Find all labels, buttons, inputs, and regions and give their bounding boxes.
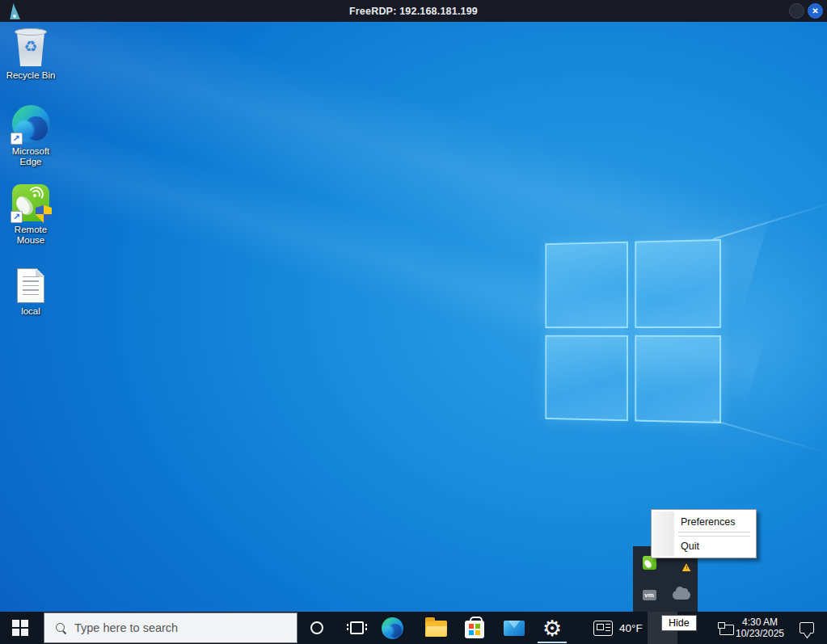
- clock-date: 10/23/2025: [736, 628, 784, 640]
- recycle-symbol-icon: [12, 37, 49, 55]
- file-explorer-icon: [425, 621, 447, 637]
- weather-widget[interactable]: 40°F: [587, 612, 652, 644]
- onedrive-cloud-icon: [673, 591, 690, 600]
- vmware-tools-icon: vm: [643, 590, 656, 600]
- task-view-button[interactable]: [338, 612, 375, 644]
- text-document-icon: [17, 268, 44, 303]
- running-app-indicator: [538, 642, 567, 644]
- hide-tooltip: Hide: [661, 615, 697, 631]
- mail-icon: [504, 621, 525, 636]
- desktop-icon-label: Microsoft Edge: [3, 146, 58, 167]
- menu-item-quit[interactable]: Quit: [652, 537, 756, 555]
- shortcut-arrow-icon: [11, 211, 23, 223]
- taskbar: 40°F 4:30 AM 10/23/2025: [0, 612, 827, 644]
- desktop-icon-label: Recycle Bin: [6, 70, 56, 81]
- desktop[interactable]: Recycle Bin Microsoft Edge Remote Mouse …: [0, 22, 827, 612]
- freerdp-window: FreeRDP: 192.168.181.199 Recycle Bin: [0, 0, 827, 644]
- edge-icon: [382, 617, 403, 639]
- desktop-icon-microsoft-edge[interactable]: Microsoft Edge: [0, 105, 61, 167]
- file-explorer-button[interactable]: [417, 612, 454, 644]
- windows-logo-pane: [635, 335, 721, 423]
- action-center-button[interactable]: [788, 612, 825, 644]
- desktop-icon-remote-mouse[interactable]: Remote Mouse: [0, 184, 61, 246]
- search-input[interactable]: [74, 621, 276, 634]
- minimize-button[interactable]: [789, 3, 804, 19]
- title-bar[interactable]: FreeRDP: 192.168.181.199: [0, 0, 827, 22]
- menu-separator: [678, 531, 750, 537]
- shortcut-arrow-icon: [11, 133, 23, 145]
- clock-time: 4:30 AM: [742, 617, 778, 629]
- windows-logo-wallpaper: [545, 239, 721, 423]
- menu-item-preferences[interactable]: Preferences: [652, 513, 756, 531]
- search-icon: [56, 623, 66, 633]
- desktop-icon-label: Remote Mouse: [3, 225, 58, 246]
- store-icon: [465, 621, 484, 638]
- cortana-icon: [310, 621, 323, 634]
- windows-logo-pane: [545, 242, 627, 328]
- desktop-icon-recycle-bin[interactable]: Recycle Bin: [0, 27, 61, 81]
- remote-mouse-icon: [12, 184, 49, 221]
- windows-logo-pane: [635, 239, 721, 328]
- windows-logo-pane: [545, 335, 627, 421]
- tray-icon-onedrive[interactable]: [665, 579, 698, 612]
- recycle-bin-icon: [12, 27, 49, 67]
- start-button[interactable]: [0, 612, 40, 644]
- settings-button[interactable]: [534, 612, 571, 644]
- news-weather-icon: [593, 621, 613, 636]
- gear-icon: [542, 617, 562, 639]
- weather-temperature: 40°F: [619, 622, 643, 634]
- uac-shield-icon: [36, 205, 52, 223]
- desktop-icon-label: local: [21, 306, 40, 317]
- taskbar-clock[interactable]: 4:30 AM 10/23/2025: [732, 612, 788, 644]
- microsoft-store-button[interactable]: [456, 612, 493, 644]
- task-view-icon: [350, 621, 364, 634]
- edge-icon: [12, 105, 50, 143]
- cortana-button[interactable]: [298, 612, 335, 644]
- desktop-icon-local[interactable]: local: [0, 268, 61, 317]
- window-title: FreeRDP: 192.168.181.199: [0, 6, 827, 17]
- taskbar-search[interactable]: [44, 612, 297, 643]
- close-button[interactable]: [808, 3, 823, 19]
- mail-button[interactable]: [496, 612, 533, 644]
- tray-icon-vmware[interactable]: vm: [633, 579, 665, 612]
- windows-start-icon: [12, 620, 28, 636]
- taskbar-edge-button[interactable]: [373, 612, 411, 644]
- tray-context-menu: Preferences Quit: [651, 509, 757, 558]
- notification-icon: [800, 622, 814, 633]
